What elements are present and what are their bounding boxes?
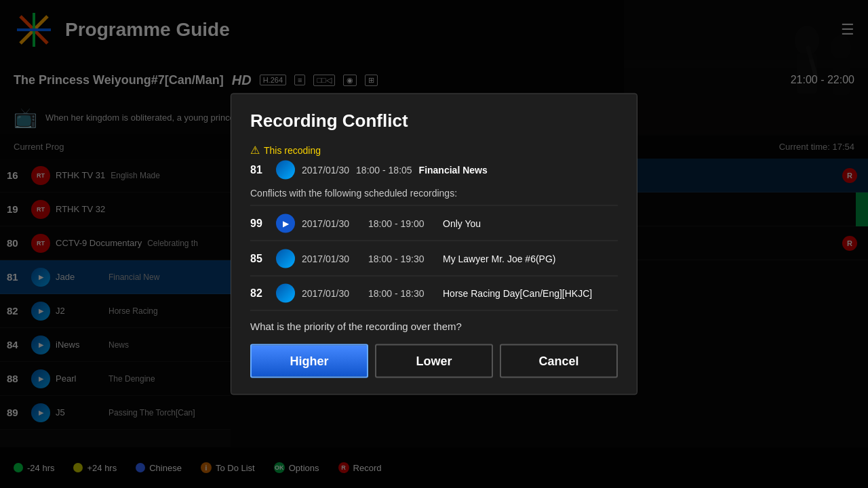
dialog-title: Recording Conflict xyxy=(250,110,618,131)
conflict-row: 99 ▶ 2017/01/30 18:00 - 19:00 Only You xyxy=(250,205,618,241)
this-recording-entry: 81 2017/01/30 18:00 - 18:05 Financial Ne… xyxy=(250,161,618,180)
conf-ch-num: 82 xyxy=(250,287,269,300)
this-rec-time: 18:00 - 18:05 xyxy=(356,165,412,176)
conflict-row: 85 2017/01/30 18:00 - 19:30 My Lawyer Mr… xyxy=(250,241,618,276)
conflict-rows-container: 99 ▶ 2017/01/30 18:00 - 19:00 Only You 8… xyxy=(250,205,618,311)
this-rec-prog: Financial News xyxy=(419,165,488,176)
this-rec-date: 2017/01/30 xyxy=(302,165,349,176)
conf-date: 2017/01/30 xyxy=(302,288,361,299)
this-ch-num: 81 xyxy=(250,164,269,176)
conf-time: 18:00 - 19:30 xyxy=(368,253,436,264)
warning-icon: ⚠ xyxy=(250,144,260,157)
conf-ch-logo xyxy=(276,249,295,268)
dialog-buttons: Higher Lower Cancel xyxy=(250,344,618,378)
conf-ch-logo: ▶ xyxy=(276,214,295,232)
conf-prog-name: My Lawyer Mr. Joe #6(PG) xyxy=(443,253,556,264)
conf-ch-num: 99 xyxy=(250,217,269,229)
conf-prog-name: Horse Racing Day[Can/Eng][HKJC] xyxy=(443,288,592,299)
conf-ch-num: 85 xyxy=(250,252,269,264)
this-recording-label: This recoding xyxy=(264,144,321,155)
conflicts-label: Conflicts with the following scheduled r… xyxy=(250,188,618,199)
conf-time: 18:00 - 18:30 xyxy=(368,288,436,299)
conf-date: 2017/01/30 xyxy=(302,253,361,264)
conf-ch-logo xyxy=(276,284,295,303)
conf-time: 18:00 - 19:00 xyxy=(368,218,436,228)
this-recording-header: ⚠ This recoding xyxy=(250,144,618,157)
recording-conflict-dialog: Recording Conflict ⚠ This recoding 81 20… xyxy=(231,94,637,395)
lower-button[interactable]: Lower xyxy=(375,344,493,378)
this-ch-logo xyxy=(276,161,295,180)
cancel-button[interactable]: Cancel xyxy=(500,344,618,378)
conf-prog-name: Only You xyxy=(443,218,481,228)
priority-question: What is the priority of the recording ov… xyxy=(250,321,618,332)
conf-date: 2017/01/30 xyxy=(302,218,361,228)
higher-button[interactable]: Higher xyxy=(250,344,368,378)
conflict-row: 82 2017/01/30 18:00 - 18:30 Horse Racing… xyxy=(250,276,618,311)
